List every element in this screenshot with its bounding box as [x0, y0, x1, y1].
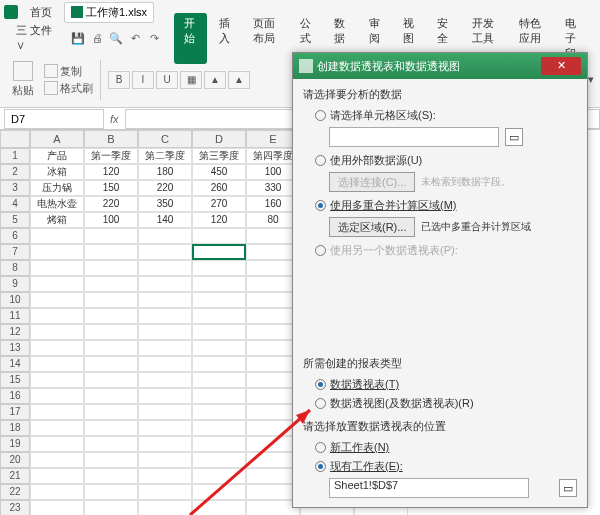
- fill-button[interactable]: ▲: [204, 71, 226, 89]
- cell[interactable]: [192, 260, 246, 276]
- row-header[interactable]: 8: [0, 260, 30, 276]
- cell[interactable]: [84, 260, 138, 276]
- location-input[interactable]: Sheet1!$D$7: [329, 478, 529, 498]
- cell[interactable]: [192, 228, 246, 244]
- cell[interactable]: [30, 468, 84, 484]
- file-menu[interactable]: 三 文件 ∨: [6, 20, 62, 56]
- tab-start[interactable]: 开始: [174, 13, 206, 64]
- cell[interactable]: [84, 420, 138, 436]
- cell[interactable]: [192, 340, 246, 356]
- cell[interactable]: 260: [192, 180, 246, 196]
- location-picker-icon[interactable]: ▭: [559, 479, 577, 497]
- cell[interactable]: [84, 292, 138, 308]
- cell[interactable]: 冰箱: [30, 164, 84, 180]
- col-header[interactable]: C: [138, 130, 192, 148]
- cell[interactable]: [138, 244, 192, 260]
- fx-icon[interactable]: fx: [110, 113, 119, 125]
- cell[interactable]: [30, 292, 84, 308]
- loc-new[interactable]: 新工作表(N): [315, 440, 577, 455]
- row-header[interactable]: 4: [0, 196, 30, 212]
- cell[interactable]: [30, 276, 84, 292]
- cell[interactable]: [30, 308, 84, 324]
- row-header[interactable]: 21: [0, 468, 30, 484]
- cell[interactable]: [192, 420, 246, 436]
- cell[interactable]: 100: [84, 212, 138, 228]
- cell[interactable]: [84, 356, 138, 372]
- cell[interactable]: [84, 324, 138, 340]
- cell[interactable]: [84, 276, 138, 292]
- preview-icon[interactable]: 🔍: [108, 30, 124, 46]
- row-header[interactable]: 14: [0, 356, 30, 372]
- bold-button[interactable]: B: [108, 71, 130, 89]
- cell[interactable]: [192, 452, 246, 468]
- cell[interactable]: [84, 372, 138, 388]
- row-header[interactable]: 1: [0, 148, 30, 164]
- cell[interactable]: [30, 420, 84, 436]
- cell[interactable]: [192, 308, 246, 324]
- cell[interactable]: [138, 484, 192, 500]
- row-header[interactable]: 22: [0, 484, 30, 500]
- cell[interactable]: [84, 436, 138, 452]
- tab-layout[interactable]: 页面布局: [243, 13, 288, 64]
- cell[interactable]: [30, 324, 84, 340]
- cell[interactable]: [138, 340, 192, 356]
- cell[interactable]: [138, 436, 192, 452]
- cell[interactable]: [138, 468, 192, 484]
- font-color-button[interactable]: ▲: [228, 71, 250, 89]
- col-header[interactable]: D: [192, 130, 246, 148]
- cell[interactable]: 450: [192, 164, 246, 180]
- opt-cell-range[interactable]: 请选择单元格区域(S):: [315, 108, 577, 123]
- cell[interactable]: 220: [84, 196, 138, 212]
- row-header[interactable]: 23: [0, 500, 30, 515]
- border-button[interactable]: ▦: [180, 71, 202, 89]
- cell[interactable]: [30, 340, 84, 356]
- row-header[interactable]: 13: [0, 340, 30, 356]
- cell[interactable]: [138, 308, 192, 324]
- cell[interactable]: 120: [192, 212, 246, 228]
- range-input[interactable]: [329, 127, 499, 147]
- underline-button[interactable]: U: [156, 71, 178, 89]
- print-icon[interactable]: 🖨: [89, 30, 105, 46]
- save-icon[interactable]: 💾: [70, 30, 86, 46]
- cell[interactable]: [84, 228, 138, 244]
- cell[interactable]: [138, 260, 192, 276]
- cell[interactable]: [30, 228, 84, 244]
- cell[interactable]: [84, 388, 138, 404]
- cell[interactable]: 150: [84, 180, 138, 196]
- cell[interactable]: [138, 420, 192, 436]
- name-box[interactable]: D7: [4, 109, 104, 129]
- row-header[interactable]: 18: [0, 420, 30, 436]
- opt-multi[interactable]: 使用多重合并计算区域(M): [315, 198, 577, 213]
- cell[interactable]: [192, 436, 246, 452]
- row-header[interactable]: 10: [0, 292, 30, 308]
- cell[interactable]: [30, 452, 84, 468]
- range-picker-icon[interactable]: ▭: [505, 128, 523, 146]
- opt-external[interactable]: 使用外部数据源(U): [315, 153, 577, 168]
- cell[interactable]: [138, 404, 192, 420]
- cell[interactable]: [84, 308, 138, 324]
- cell[interactable]: [192, 292, 246, 308]
- cell[interactable]: 180: [138, 164, 192, 180]
- loc-exist[interactable]: 现有工作表(E):: [315, 459, 577, 474]
- cell[interactable]: [30, 244, 84, 260]
- cell[interactable]: [192, 372, 246, 388]
- cell[interactable]: [138, 452, 192, 468]
- row-header[interactable]: 19: [0, 436, 30, 452]
- cell[interactable]: [84, 244, 138, 260]
- cell[interactable]: [138, 500, 192, 515]
- cell[interactable]: 烤箱: [30, 212, 84, 228]
- row-header[interactable]: 9: [0, 276, 30, 292]
- row-header[interactable]: 11: [0, 308, 30, 324]
- cell[interactable]: 压力锅: [30, 180, 84, 196]
- cell[interactable]: [30, 388, 84, 404]
- copy-button[interactable]: 复制: [44, 64, 93, 79]
- cell[interactable]: [30, 484, 84, 500]
- cell[interactable]: [192, 244, 246, 260]
- cell[interactable]: [192, 404, 246, 420]
- cell[interactable]: 140: [138, 212, 192, 228]
- row-header[interactable]: 20: [0, 452, 30, 468]
- cell[interactable]: [192, 484, 246, 500]
- cell[interactable]: [138, 276, 192, 292]
- cell[interactable]: [192, 500, 246, 515]
- cell[interactable]: [138, 228, 192, 244]
